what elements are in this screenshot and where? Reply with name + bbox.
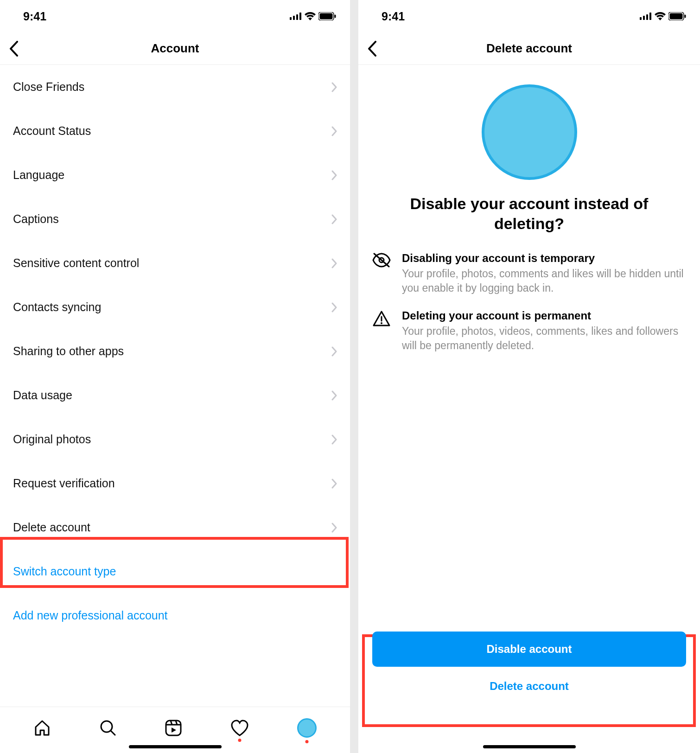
row-language[interactable]: Language	[0, 153, 350, 197]
back-button[interactable]	[5, 36, 23, 61]
chevron-right-icon	[331, 258, 337, 268]
chevron-left-icon	[9, 41, 19, 57]
notification-dot	[238, 739, 242, 742]
status-bar: 9:41	[0, 0, 350, 32]
tab-activity[interactable]	[230, 720, 249, 736]
status-time: 9:41	[23, 10, 46, 23]
battery-icon	[318, 12, 336, 20]
info-text: Deleting your account is permanent Your …	[402, 309, 686, 353]
chevron-right-icon	[331, 479, 337, 489]
svg-rect-19	[685, 15, 686, 18]
svg-rect-15	[646, 14, 648, 20]
svg-rect-16	[649, 13, 651, 20]
chevron-left-icon	[368, 41, 377, 57]
page-title: Delete account	[486, 41, 572, 56]
info-body: Your profile, photos, comments and likes…	[402, 267, 686, 295]
delete-account-screen: 9:41 Delete account Disable your account…	[358, 0, 700, 753]
status-bar: 9:41	[358, 0, 700, 32]
screenshot-divider	[350, 0, 358, 753]
avatar-icon	[297, 718, 317, 738]
chevron-right-icon	[331, 126, 337, 136]
chevron-right-icon	[331, 346, 337, 357]
svg-rect-14	[643, 16, 645, 20]
svg-rect-18	[670, 13, 683, 19]
row-close-friends[interactable]: Close Friends	[0, 65, 350, 109]
settings-list: Close Friends Account Status Language Ca…	[0, 65, 350, 707]
svg-rect-9	[166, 721, 181, 735]
info-text: Disabling your account is temporary Your…	[402, 252, 686, 295]
hero-title: Disable your account instead of deleting…	[372, 194, 686, 233]
chevron-right-icon	[331, 82, 337, 92]
row-sharing-other-apps[interactable]: Sharing to other apps	[0, 329, 350, 373]
tab-profile[interactable]	[297, 718, 317, 738]
info-body: Your profile, photos, videos, comments, …	[402, 324, 686, 353]
home-indicator	[483, 745, 576, 748]
info-delete: Deleting your account is permanent Your …	[372, 309, 686, 353]
app-header: Account	[0, 32, 350, 65]
status-icons	[290, 12, 336, 20]
content: Disable your account instead of deleting…	[358, 65, 700, 753]
svg-rect-6	[335, 15, 336, 18]
profile-avatar	[482, 84, 577, 180]
reels-icon	[165, 719, 182, 737]
delete-account-button[interactable]: Delete account	[372, 675, 686, 697]
disable-account-button[interactable]: Disable account	[372, 632, 686, 667]
chevron-right-icon	[331, 214, 337, 224]
row-add-professional-account[interactable]: Add new professional account	[0, 593, 350, 638]
chevron-right-icon	[331, 390, 337, 401]
chevron-right-icon	[331, 434, 337, 445]
info-disable: Disabling your account is temporary Your…	[372, 252, 686, 295]
row-captions[interactable]: Captions	[0, 197, 350, 241]
app-header: Delete account	[358, 32, 700, 65]
svg-rect-1	[293, 16, 295, 20]
tab-reels[interactable]	[165, 719, 182, 737]
svg-rect-2	[296, 14, 298, 20]
battery-icon	[668, 12, 686, 20]
row-original-photos[interactable]: Original photos	[0, 417, 350, 461]
row-contacts-syncing[interactable]: Contacts syncing	[0, 285, 350, 329]
svg-rect-5	[320, 13, 333, 19]
row-request-verification[interactable]: Request verification	[0, 461, 350, 505]
row-account-status[interactable]: Account Status	[0, 109, 350, 153]
row-sensitive-content[interactable]: Sensitive content control	[0, 241, 350, 285]
eye-off-icon	[372, 253, 391, 295]
chevron-right-icon	[331, 170, 337, 180]
home-indicator	[129, 745, 222, 748]
back-button[interactable]	[363, 36, 382, 61]
cellular-icon	[290, 13, 302, 20]
warning-icon	[372, 310, 391, 353]
page-title: Account	[151, 41, 199, 56]
notification-dot	[305, 740, 309, 743]
heart-icon	[230, 720, 249, 736]
bottom-actions: Disable account Delete account	[372, 632, 686, 753]
cellular-icon	[640, 13, 652, 20]
info-title: Disabling your account is temporary	[402, 252, 686, 265]
svg-point-23	[381, 322, 382, 324]
tab-search[interactable]	[99, 719, 117, 737]
svg-rect-3	[299, 13, 301, 20]
wifi-icon	[655, 12, 666, 20]
status-icons	[640, 12, 686, 20]
search-icon	[99, 719, 117, 737]
chevron-right-icon	[331, 523, 337, 533]
tab-home[interactable]	[33, 719, 51, 737]
home-icon	[33, 719, 51, 737]
svg-rect-0	[290, 17, 292, 20]
row-data-usage[interactable]: Data usage	[0, 373, 350, 417]
row-switch-account-type[interactable]: Switch account type	[0, 549, 350, 593]
wifi-icon	[305, 12, 316, 20]
row-delete-account[interactable]: Delete account	[0, 505, 350, 549]
chevron-right-icon	[331, 302, 337, 313]
info-title: Deleting your account is permanent	[402, 309, 686, 322]
svg-rect-13	[640, 17, 642, 20]
status-time: 9:41	[382, 10, 405, 23]
account-settings-screen: 9:41 Account Close Friends Account Statu…	[0, 0, 350, 753]
svg-line-8	[111, 731, 115, 735]
